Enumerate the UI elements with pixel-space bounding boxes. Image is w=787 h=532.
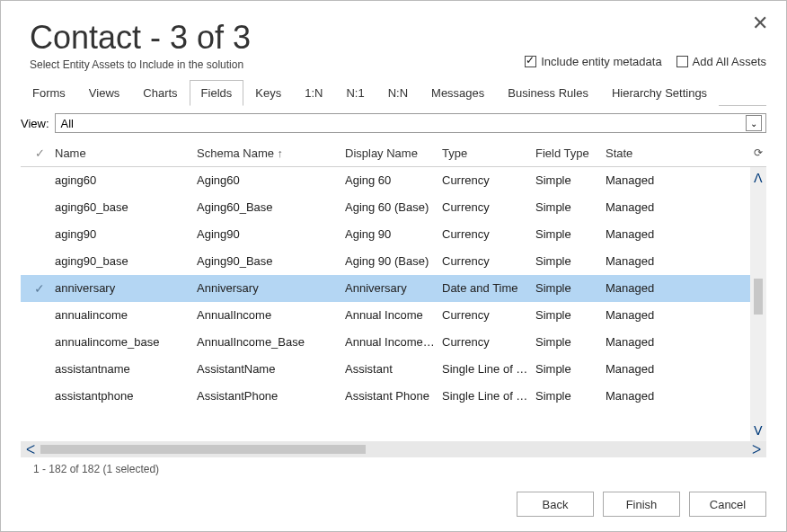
cell-display: Anniversary bbox=[345, 281, 442, 295]
close-icon[interactable]: ✕ bbox=[752, 12, 768, 35]
tab-n-n[interactable]: N:N bbox=[376, 80, 420, 106]
cell-schema: AnnualIncome bbox=[197, 308, 345, 322]
cell-name: anniversary bbox=[55, 281, 197, 295]
vertical-scrollbar[interactable]: ᐱ ᐯ bbox=[750, 167, 766, 441]
scroll-down-icon[interactable]: ᐯ bbox=[754, 423, 763, 438]
table-row[interactable]: assistantphoneAssistantPhoneAssistant Ph… bbox=[21, 383, 766, 410]
col-schema[interactable]: Schema Name ↑ bbox=[197, 146, 345, 160]
cell-state: Managed bbox=[606, 254, 713, 268]
table-row[interactable]: assistantnameAssistantNameAssistantSingl… bbox=[21, 356, 766, 383]
table-row[interactable]: annualincomeAnnualIncomeAnnual IncomeCur… bbox=[21, 302, 766, 329]
cell-display: Annual Income bbox=[345, 308, 442, 322]
cell-name: aging60 bbox=[55, 173, 197, 187]
cell-display: Aging 60 bbox=[345, 173, 442, 187]
tab-fields[interactable]: Fields bbox=[190, 80, 244, 106]
include-metadata-checkbox[interactable]: Include entity metadata bbox=[525, 55, 661, 68]
finish-button[interactable]: Finish bbox=[603, 492, 680, 517]
cell-name: assistantname bbox=[55, 362, 197, 376]
page-title: Contact - 3 of 3 bbox=[30, 19, 766, 57]
footer: Back Finish Cancel bbox=[21, 475, 766, 517]
cell-schema: Anniversary bbox=[197, 281, 345, 295]
cell-state: Managed bbox=[606, 200, 713, 214]
scroll-right-icon[interactable]: ᐳ bbox=[752, 442, 761, 457]
view-value: All bbox=[61, 117, 74, 130]
tab-n-1[interactable]: N:1 bbox=[334, 80, 376, 106]
checkmark-icon[interactable]: ✓ bbox=[24, 146, 55, 160]
tab-messages[interactable]: Messages bbox=[420, 80, 496, 106]
cell-type: Currency bbox=[442, 200, 535, 214]
cell-schema: Aging90_Base bbox=[197, 254, 345, 268]
horizontal-scrollbar[interactable]: ᐸ ᐳ bbox=[21, 441, 766, 457]
table-row[interactable]: aging90_baseAging90_BaseAging 90 (Base)C… bbox=[21, 248, 766, 275]
checkbox-icon bbox=[676, 56, 688, 67]
grid-body: aging60Aging60Aging 60CurrencySimpleMana… bbox=[21, 167, 766, 441]
grid-header: ✓ Name Schema Name ↑ Display Name Type F… bbox=[21, 140, 766, 167]
cell-type: Currency bbox=[442, 335, 535, 349]
scrollbar-thumb[interactable] bbox=[754, 279, 763, 315]
checkbox-icon bbox=[525, 56, 536, 67]
cell-fieldtype: Simple bbox=[535, 362, 606, 376]
col-state[interactable]: State bbox=[606, 146, 713, 160]
scroll-up-icon[interactable]: ᐱ bbox=[754, 171, 763, 185]
cell-display: Aging 90 (Base) bbox=[345, 254, 442, 268]
cell-type: Currency bbox=[442, 254, 535, 268]
cell-fieldtype: Simple bbox=[535, 227, 606, 241]
cell-display: Aging 90 bbox=[345, 227, 442, 241]
cell-state: Managed bbox=[606, 389, 713, 403]
table-row[interactable]: aging90Aging90Aging 90CurrencySimpleMana… bbox=[21, 221, 766, 248]
cell-schema: AssistantName bbox=[197, 362, 345, 376]
cell-state: Managed bbox=[606, 362, 713, 376]
cell-fieldtype: Simple bbox=[535, 281, 606, 295]
table-row[interactable]: aging60_baseAging60_BaseAging 60 (Base)C… bbox=[21, 194, 766, 221]
cell-fieldtype: Simple bbox=[535, 173, 606, 187]
view-select[interactable]: All ⌄ bbox=[55, 113, 766, 133]
pager-label: 1 - 182 of 182 (1 selected) bbox=[21, 457, 766, 475]
refresh-icon[interactable]: ⟳ bbox=[754, 146, 763, 159]
col-fieldtype[interactable]: Field Type bbox=[535, 146, 606, 160]
scroll-left-icon[interactable]: ᐸ bbox=[26, 442, 35, 457]
cell-name: annualincome_base bbox=[55, 335, 197, 349]
tab-keys[interactable]: Keys bbox=[243, 80, 293, 106]
table-row[interactable]: annualincome_baseAnnualIncome_BaseAnnual… bbox=[21, 329, 766, 356]
cell-type: Currency bbox=[442, 227, 535, 241]
cancel-button[interactable]: Cancel bbox=[689, 492, 766, 517]
scrollbar-track[interactable] bbox=[40, 445, 747, 454]
cell-type: Single Line of Text bbox=[442, 389, 535, 403]
col-display[interactable]: Display Name bbox=[345, 146, 442, 160]
cell-display: Assistant Phone bbox=[345, 389, 442, 403]
tab-charts[interactable]: Charts bbox=[131, 80, 189, 106]
cell-state: Managed bbox=[606, 173, 713, 187]
scrollbar-thumb[interactable] bbox=[40, 445, 366, 454]
cell-state: Managed bbox=[606, 308, 713, 322]
tab-business-rules[interactable]: Business Rules bbox=[496, 80, 600, 106]
cell-fieldtype: Simple bbox=[535, 335, 606, 349]
cell-state: Managed bbox=[606, 281, 713, 295]
tab-1-n[interactable]: 1:N bbox=[293, 80, 334, 106]
cell-schema: AnnualIncome_Base bbox=[197, 335, 345, 349]
cell-type: Single Line of Text bbox=[442, 362, 535, 376]
table-row[interactable]: aging60Aging60Aging 60CurrencySimpleMana… bbox=[21, 167, 766, 194]
cell-type: Date and Time bbox=[442, 281, 535, 295]
dialog: ✕ Contact - 3 of 3 Select Entity Assets … bbox=[0, 0, 787, 532]
tab-hierarchy-settings[interactable]: Hierarchy Settings bbox=[600, 80, 719, 106]
col-type[interactable]: Type bbox=[442, 146, 535, 160]
cell-state: Managed bbox=[606, 227, 713, 241]
back-button[interactable]: Back bbox=[517, 492, 594, 517]
cell-name: annualincome bbox=[55, 308, 197, 322]
tab-forms[interactable]: Forms bbox=[21, 80, 77, 106]
view-label: View: bbox=[21, 117, 49, 130]
tab-views[interactable]: Views bbox=[77, 80, 131, 106]
add-all-assets-checkbox[interactable]: Add All Assets bbox=[676, 55, 766, 68]
cell-fieldtype: Simple bbox=[535, 254, 606, 268]
row-check-icon: ✓ bbox=[24, 281, 55, 296]
add-all-assets-label: Add All Assets bbox=[693, 55, 766, 68]
col-name[interactable]: Name bbox=[55, 146, 197, 160]
table-row[interactable]: ✓anniversaryAnniversaryAnniversaryDate a… bbox=[21, 275, 766, 302]
grid: ✓ Name Schema Name ↑ Display Name Type F… bbox=[21, 140, 766, 475]
cell-type: Currency bbox=[442, 308, 535, 322]
cell-name: aging90 bbox=[55, 227, 197, 241]
cell-name: aging90_base bbox=[55, 254, 197, 268]
cell-name: aging60_base bbox=[55, 200, 197, 214]
cell-display: Aging 60 (Base) bbox=[345, 200, 442, 214]
tab-strip: FormsViewsChartsFieldsKeys1:NN:1N:NMessa… bbox=[21, 79, 766, 106]
